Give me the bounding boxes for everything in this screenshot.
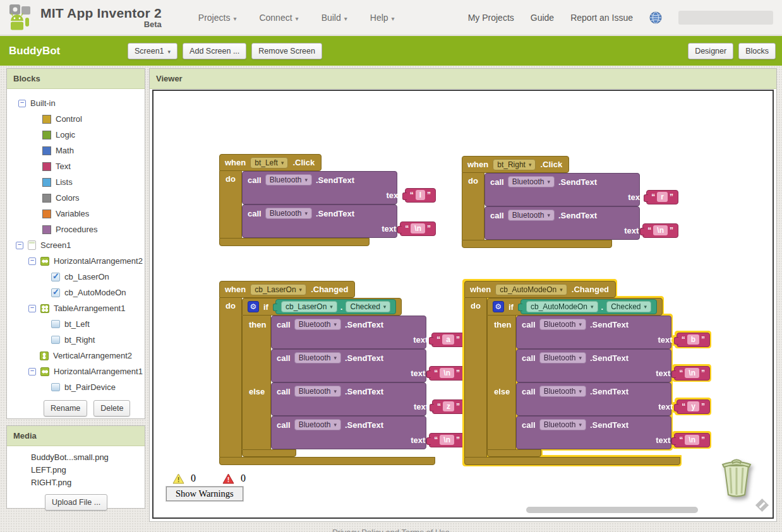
menu-projects[interactable]: Projects xyxy=(198,13,237,23)
when-block[interactable]: when cb_AutoModeOn .Changed xyxy=(464,281,616,298)
palette-item-lists[interactable]: Lists xyxy=(7,174,145,190)
tree-item-bt-right[interactable]: bt_Right xyxy=(7,332,145,348)
if-then-else-block[interactable]: ⚙ if cb_LaserOn . Checked then xyxy=(242,298,426,457)
rename-button[interactable]: Rename xyxy=(44,400,87,417)
collapse-icon[interactable] xyxy=(18,100,26,107)
call-sendtext-block[interactable]: call Bluetooth .SendText text “ xyxy=(271,416,426,449)
screen-selector-button[interactable]: Screen1 xyxy=(128,43,177,59)
component-dropdown[interactable]: Bluetooth xyxy=(265,208,312,219)
link-my-projects[interactable]: My Projects xyxy=(468,13,514,23)
string-value[interactable]: \n xyxy=(653,225,668,235)
when-block[interactable]: when bt_Left .Click xyxy=(219,154,322,171)
palette-item-procedures[interactable]: Procedures xyxy=(7,222,145,237)
component-dropdown[interactable]: Bluetooth xyxy=(539,386,586,397)
component-dropdown[interactable]: Bluetooth xyxy=(265,174,312,186)
string-value[interactable]: \n xyxy=(685,368,699,378)
collapse-icon[interactable] xyxy=(28,305,36,312)
tree-item-cb-automodeon[interactable]: cb_AutoModeOn xyxy=(7,285,145,300)
component-dropdown[interactable]: cb_AutoModeOn xyxy=(526,301,598,312)
tree-item-horizontalarrangement2[interactable]: HorizontalArrangement2 xyxy=(7,253,145,269)
remove-screen-button[interactable]: Remove Screen xyxy=(251,43,322,59)
component-dropdown[interactable]: cb_LaserOn xyxy=(281,301,337,312)
call-sendtext-block[interactable]: call Bluetooth .SendText text “ xyxy=(516,316,671,349)
text-string-block[interactable]: “ y ” xyxy=(677,399,710,414)
call-sendtext-block[interactable]: call Bluetooth .SendText text “ r ” xyxy=(484,173,640,206)
tree-item-tablearrangement1[interactable]: TableArrangement1 xyxy=(7,300,145,316)
property-dropdown[interactable]: Checked xyxy=(606,301,651,312)
menu-help[interactable]: Help xyxy=(370,13,395,23)
text-string-block[interactable]: “ l ” xyxy=(405,188,436,203)
tree-item-cb-laseron[interactable]: cb_LaserOn xyxy=(7,269,145,285)
call-sendtext-block[interactable]: call Bluetooth .SendText text “ xyxy=(516,416,671,449)
string-value[interactable]: \n xyxy=(685,435,699,445)
tree-item-verticalarrangement2[interactable]: VerticalArrangement2 xyxy=(7,348,145,364)
palette-item-variables[interactable]: Variables xyxy=(7,206,145,222)
palette-item-text[interactable]: Text xyxy=(7,158,145,174)
mutator-gear-icon[interactable]: ⚙ xyxy=(493,301,504,312)
tree-item-screen1[interactable]: Screen1 xyxy=(7,237,145,253)
text-string-block[interactable]: “ \n ” xyxy=(674,366,710,381)
mutator-gear-icon[interactable]: ⚙ xyxy=(248,301,259,312)
string-value[interactable]: \n xyxy=(440,435,454,445)
call-sendtext-block[interactable]: call Bluetooth .SendText text “ xyxy=(516,349,671,382)
call-sendtext-block[interactable]: call Bluetooth .SendText text “ \n ” xyxy=(242,204,397,238)
component-dropdown[interactable]: cb_LaserOn xyxy=(250,284,306,295)
string-value[interactable]: \n xyxy=(411,223,425,233)
menu-build[interactable]: Build xyxy=(322,13,347,23)
call-sendtext-block[interactable]: call Bluetooth .SendText text “ xyxy=(516,382,671,416)
block-group-cb-laseron-changed[interactable]: when cb_LaserOn .Changed do ⚙ if cb_Lase… xyxy=(219,281,435,465)
block-group-bt-right-click[interactable]: when bt_Right .Click do call Bluetooth .… xyxy=(462,156,640,248)
call-sendtext-block[interactable]: call Bluetooth .SendText text “ xyxy=(271,316,426,349)
blocks-canvas[interactable]: when bt_Left .Click do call Bluetooth .S… xyxy=(152,90,774,519)
call-sendtext-block[interactable]: call Bluetooth .SendText text “ xyxy=(271,382,426,416)
collapse-icon[interactable] xyxy=(28,368,36,375)
component-dropdown[interactable]: Bluetooth xyxy=(539,352,586,364)
collapse-icon[interactable] xyxy=(16,242,23,249)
text-string-block[interactable]: “ r ” xyxy=(646,190,678,204)
text-string-block[interactable]: “ \n ” xyxy=(429,433,465,447)
component-dropdown[interactable]: Bluetooth xyxy=(294,352,341,364)
menu-connect[interactable]: Connect xyxy=(259,13,298,23)
when-block[interactable]: when cb_LaserOn .Changed xyxy=(219,281,355,298)
media-file[interactable]: LEFT.png xyxy=(31,465,145,478)
component-dropdown[interactable]: Bluetooth xyxy=(508,210,555,221)
string-value[interactable]: l xyxy=(416,190,425,200)
string-value[interactable]: \n xyxy=(440,368,454,378)
text-string-block[interactable]: “ \n ” xyxy=(429,366,465,381)
component-dropdown[interactable]: Bluetooth xyxy=(294,386,341,397)
palette-item-control[interactable]: Control xyxy=(7,111,145,127)
block-group-cb-automodeon-changed[interactable]: when cb_AutoModeOn .Changed do ⚙ if cb_A… xyxy=(464,281,680,465)
horizontal-scrollbar[interactable] xyxy=(526,507,698,513)
component-dropdown[interactable]: bt_Left xyxy=(250,157,288,168)
collapse-icon[interactable] xyxy=(28,257,36,265)
component-dropdown[interactable]: cb_AutoModeOn xyxy=(495,284,567,295)
tree-item-bt-left[interactable]: bt_Left xyxy=(7,316,145,332)
palette-item-math[interactable]: Math xyxy=(7,143,145,158)
tree-item-builtin[interactable]: Built-in xyxy=(7,95,145,111)
tree-item-bt-pairdevice[interactable]: bt_PairDevice xyxy=(7,379,145,395)
component-dropdown[interactable]: bt_Right xyxy=(493,159,536,170)
call-sendtext-block[interactable]: call Bluetooth .SendText text “ l ” xyxy=(242,171,397,204)
component-dropdown[interactable]: Bluetooth xyxy=(294,419,341,430)
blocks-button[interactable]: Blocks xyxy=(738,43,776,59)
tree-item-horizontalarrangement1[interactable]: HorizontalArrangement1 xyxy=(7,364,145,379)
text-string-block[interactable]: “ \n ” xyxy=(674,433,710,447)
component-dropdown[interactable]: Bluetooth xyxy=(539,319,586,330)
palette-item-logic[interactable]: Logic xyxy=(7,127,145,143)
call-sendtext-block[interactable]: call Bluetooth .SendText text “ \n ” xyxy=(484,206,640,240)
delete-button[interactable]: Delete xyxy=(93,400,130,417)
show-warnings-button[interactable]: Show Warnings xyxy=(166,487,243,501)
block-group-bt-left-click[interactable]: when bt_Left .Click do call Bluetooth .S… xyxy=(219,154,397,246)
text-string-block[interactable]: “ b ” xyxy=(677,333,710,347)
property-dropdown[interactable]: Checked xyxy=(346,301,390,312)
string-value[interactable]: y xyxy=(687,401,699,411)
language-globe-icon[interactable] xyxy=(649,11,662,24)
link-guide[interactable]: Guide xyxy=(531,13,554,23)
component-dropdown[interactable]: Bluetooth xyxy=(508,176,555,187)
text-string-block[interactable]: “ a ” xyxy=(431,333,465,347)
string-value[interactable]: a xyxy=(442,334,454,345)
link-report-issue[interactable]: Report an Issue xyxy=(570,13,633,23)
user-account-redacted[interactable] xyxy=(678,11,773,25)
component-dropdown[interactable]: Bluetooth xyxy=(294,319,341,330)
when-block[interactable]: when bt_Right .Click xyxy=(462,156,569,173)
